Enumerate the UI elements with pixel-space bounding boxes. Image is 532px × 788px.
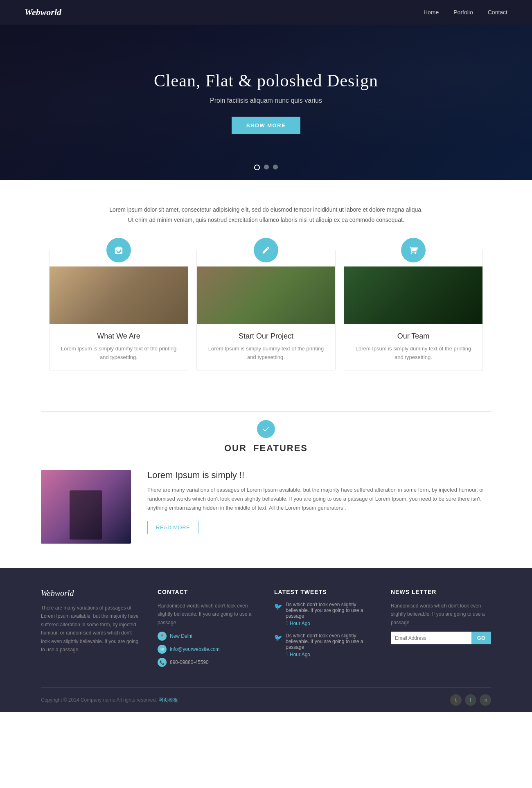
- newsletter-email-input[interactable]: [391, 632, 471, 644]
- card-3-img-placeholder: [344, 266, 482, 324]
- features-content: Lorem Ipsum is simply !! There are many …: [41, 470, 491, 544]
- footer-phone-text: 890-09880-45590: [170, 659, 209, 665]
- hero-section: Clean, Flat & poloshed Design Proin faci…: [0, 25, 532, 180]
- tweet-1-text: Ds which don't look even slightly believ…: [286, 602, 363, 619]
- phone-icon: 📞: [158, 658, 167, 667]
- twitter-icon-2: 🐦: [274, 634, 282, 657]
- footer-contact-title: CONTACT: [158, 589, 258, 595]
- footer-copyright: Copyright © 2014 Company name All rights…: [41, 697, 178, 704]
- tweet-1-content: Ds which don't look even slightly believ…: [286, 602, 374, 626]
- twitter-icon-1: 🐦: [274, 603, 282, 626]
- navbar: Webworld Home Porfolio Contact: [0, 0, 532, 25]
- features-header: OUR FEATURES: [41, 411, 491, 454]
- hero-title: Clean, Flat & poloshed Design: [154, 71, 378, 90]
- edit-icon: [254, 238, 278, 262]
- newsletter-form: GO: [391, 632, 491, 644]
- dot-1[interactable]: [254, 165, 260, 170]
- card-1-icon-wrap: [106, 238, 131, 262]
- tweet-1-time: 1 Hour Ago: [286, 621, 374, 626]
- linkedin-social-icon[interactable]: in: [480, 694, 491, 706]
- camera-icon: [106, 238, 131, 262]
- feature-title: Lorem Ipsum is simply !!: [147, 470, 491, 481]
- read-more-button[interactable]: READ MORE: [147, 521, 198, 534]
- card-1-title: What We Are: [58, 332, 180, 341]
- tweet-1: 🐦 Ds which don't look even slightly beli…: [274, 602, 374, 626]
- tweet-2-text: Ds which don't look even slightly believ…: [286, 633, 363, 650]
- newsletter-submit-button[interactable]: GO: [471, 632, 491, 644]
- location-icon: 📍: [158, 632, 167, 641]
- features-image: [41, 470, 131, 544]
- card-3-image: [344, 266, 482, 324]
- card-1-desc: Lorem Ipsum is simply dummy text of the …: [58, 345, 180, 362]
- nav-links: Home Porfolio Contact: [424, 9, 507, 16]
- card-2-desc: Lorem Ipsum is simply dummy text of the …: [205, 345, 327, 362]
- hero-content: Clean, Flat & poloshed Design Proin faci…: [154, 71, 378, 134]
- card-3-title: Our Team: [352, 332, 474, 341]
- footer-newsletter-col: NEWS LETTER Randomised words which don't…: [391, 589, 491, 671]
- footer-tweets-col: LATEST TWEETS 🐦 Ds which don't look even…: [274, 589, 374, 671]
- check-icon: [257, 420, 275, 438]
- features-text: Lorem Ipsum is simply !! There are many …: [147, 470, 491, 534]
- cards-section: What We Are Lorem Ipsum is simply dummy …: [0, 242, 532, 395]
- card-2-icon-wrap: [254, 238, 278, 262]
- card-our-team: Our Team Lorem Ipsum is simply dummy tex…: [344, 250, 483, 370]
- footer: Webworld There are many variations of pa…: [0, 568, 532, 712]
- footer-newsletter-text: Randomised words which don't look even s…: [391, 602, 491, 627]
- footer-contact-phone-item: 📞 890-09880-45590: [158, 658, 258, 667]
- footer-contact-email-item: ✉ info@yourwebsite.com: [158, 645, 258, 654]
- card-start-project: Start Our Project Lorem Ipsum is simply …: [196, 250, 336, 370]
- social-icons: t f in: [450, 694, 491, 706]
- card-3-desc: Lorem Ipsum is simply dummy text of the …: [352, 345, 474, 362]
- features-title-normal: OUR: [224, 443, 247, 453]
- card-1-image: [50, 266, 188, 324]
- footer-city-link[interactable]: New Delhi: [170, 633, 192, 639]
- email-icon: ✉: [158, 645, 167, 654]
- features-title: OUR FEATURES: [41, 443, 491, 454]
- footer-email-link[interactable]: info@yourwebsite.com: [170, 646, 220, 652]
- card-1-body: What We Are Lorem Ipsum is simply dummy …: [50, 324, 188, 370]
- card-2-img-placeholder: [197, 266, 335, 324]
- dot-2[interactable]: [264, 165, 269, 169]
- feature-description: There are many variations of passages of…: [147, 485, 491, 513]
- hero-dots: [254, 165, 278, 170]
- footer-newsletter-title: NEWS LETTER: [391, 589, 491, 595]
- features-divider: [41, 411, 491, 412]
- card-1-img-placeholder: [50, 266, 188, 324]
- features-section: OUR FEATURES Lorem Ipsum is simply !! Th…: [0, 395, 532, 568]
- footer-logo: Webworld: [41, 589, 141, 598]
- footer-bottom: Copyright © 2014 Company name All rights…: [41, 687, 491, 712]
- tweet-2-time: 1 Hour Ago: [286, 652, 374, 657]
- nav-contact[interactable]: Contact: [488, 9, 507, 16]
- footer-copyright-link[interactable]: 网页模板: [158, 697, 178, 703]
- nav-home[interactable]: Home: [424, 9, 439, 16]
- intro-text-2: Ut enim ad minim veniam, quis nostrud ex…: [49, 215, 483, 225]
- features-title-bold: FEATURES: [253, 443, 308, 453]
- nav-portfolio[interactable]: Porfolio: [453, 9, 473, 16]
- footer-about-text: There are many variations of passages of…: [41, 604, 141, 654]
- tweet-2: 🐦 Ds which don't look even slightly beli…: [274, 633, 374, 657]
- intro-section: Lorem ipsum dolor sit amet, consectetur …: [0, 180, 532, 242]
- twitter-social-icon[interactable]: t: [450, 694, 462, 706]
- intro-text-1: Lorem ipsum dolor sit amet, consectetur …: [49, 205, 483, 215]
- cart-icon: [401, 238, 426, 262]
- dot-3[interactable]: [273, 165, 278, 169]
- card-3-icon-wrap: [401, 238, 426, 262]
- card-what-we-are: What We Are Lorem Ipsum is simply dummy …: [49, 250, 188, 370]
- nav-logo: Webworld: [25, 7, 61, 18]
- card-2-image: [197, 266, 335, 324]
- facebook-social-icon[interactable]: f: [465, 694, 476, 706]
- card-3-body: Our Team Lorem Ipsum is simply dummy tex…: [344, 324, 482, 370]
- footer-about-col: Webworld There are many variations of pa…: [41, 589, 141, 671]
- show-more-button[interactable]: SHOW MORE: [232, 117, 301, 134]
- hero-subtitle: Proin facilisis aliquam nunc quis varius: [154, 97, 378, 104]
- footer-contact-col: CONTACT Randomised words which don't loo…: [158, 589, 258, 671]
- card-2-body: Start Our Project Lorem Ipsum is simply …: [197, 324, 335, 370]
- tweet-2-content: Ds which don't look even slightly believ…: [286, 633, 374, 657]
- footer-contact-intro: Randomised words which don't look even s…: [158, 602, 258, 627]
- footer-contact-city-item: 📍 New Delhi: [158, 632, 258, 641]
- footer-tweets-title: LATEST TWEETS: [274, 589, 374, 595]
- footer-grid: Webworld There are many variations of pa…: [41, 589, 491, 687]
- card-2-title: Start Our Project: [205, 332, 327, 341]
